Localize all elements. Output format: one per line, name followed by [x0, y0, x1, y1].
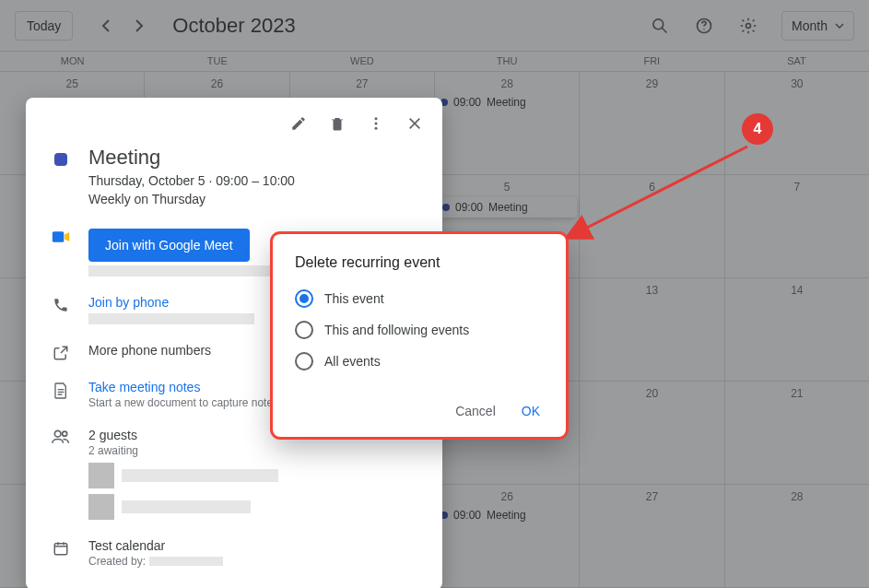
radio-icon: [295, 321, 313, 339]
ok-button[interactable]: OK: [518, 398, 544, 424]
option-this-event[interactable]: This event: [295, 289, 544, 308]
video-icon: [50, 229, 72, 243]
guest-row: [88, 463, 424, 488]
event-datetime: Thursday, October 5 · 09:00 – 10:00: [88, 173, 295, 188]
guest-row: [88, 494, 424, 520]
guests-icon: [50, 428, 72, 444]
created-by: Created by:: [88, 555, 223, 568]
radio-icon: [295, 289, 313, 308]
delete-event-button[interactable]: [321, 107, 354, 140]
edit-event-button[interactable]: [282, 107, 315, 140]
guests-awaiting: 2 awaiting: [88, 444, 424, 457]
svg-point-10: [63, 431, 67, 436]
external-link-icon: [50, 343, 72, 361]
meet-link-redacted: [88, 265, 282, 276]
svg-point-9: [54, 430, 61, 437]
dialog-title: Delete recurring event: [295, 254, 544, 271]
calendar-name: Test calendar: [88, 538, 223, 553]
event-color-swatch: [54, 153, 67, 166]
phone-number-redacted: [88, 313, 254, 324]
svg-point-6: [375, 123, 378, 125]
delete-recurring-dialog: Delete recurring event This event This a…: [273, 234, 566, 437]
event-recurrence: Weekly on Thursday: [88, 192, 295, 206]
annotation-step-badge: 4: [742, 113, 773, 145]
radio-icon: [295, 352, 313, 370]
option-this-and-following[interactable]: This and following events: [295, 321, 544, 339]
cancel-button[interactable]: Cancel: [452, 398, 499, 424]
join-meet-button[interactable]: Join with Google Meet: [88, 229, 250, 262]
svg-rect-8: [53, 231, 65, 242]
more-phone-link[interactable]: More phone numbers: [88, 343, 211, 358]
svg-point-7: [375, 127, 378, 130]
calendar-icon: [50, 538, 72, 557]
document-icon: [50, 380, 72, 400]
svg-point-5: [375, 117, 378, 120]
take-notes-link[interactable]: Take meeting notes: [88, 380, 278, 394]
phone-icon: [50, 295, 72, 313]
close-popover-button[interactable]: [398, 107, 431, 140]
notes-subtext: Start a new document to capture notes: [88, 396, 278, 409]
more-options-button[interactable]: [359, 107, 393, 140]
svg-rect-11: [54, 544, 67, 555]
event-title: Meeting: [88, 146, 295, 170]
option-all-events[interactable]: All events: [295, 352, 544, 370]
